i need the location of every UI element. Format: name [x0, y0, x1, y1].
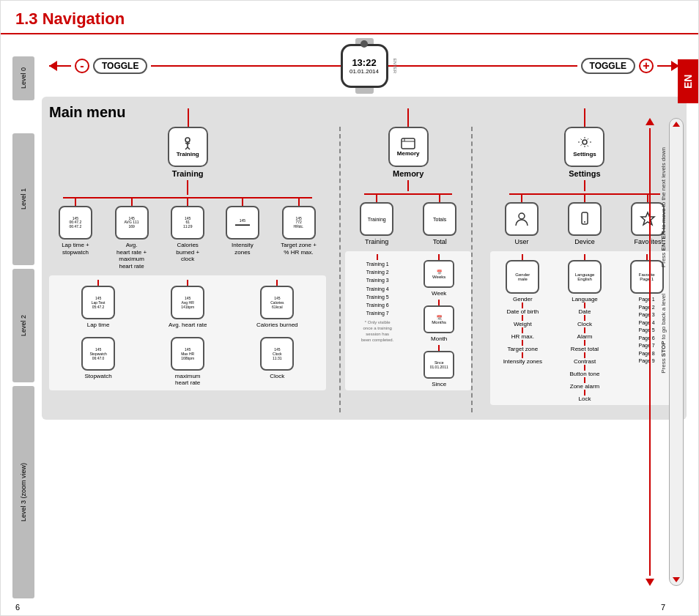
avg-hr-label: Avg.heart rate +maximumheart rate — [116, 242, 147, 270]
svg-point-9 — [582, 140, 587, 144]
memory-l1: Memory Memory — [388, 127, 429, 178]
sett-l3-user: Gendermale Gender Date of birth Weight H… — [493, 254, 552, 365]
level2-label: Level 2 — [20, 315, 27, 336]
lap-stopwatch-icon: 14506:47.206:47.2 — [59, 206, 92, 240]
mem-l3-v1 — [377, 254, 378, 260]
level3-row2: 145Stopwatch06:47.0 Stopwatch 145Max HR1… — [53, 337, 322, 386]
sett-user: User — [493, 193, 550, 245]
sett-l3-dob-label: Date of birth — [507, 308, 539, 315]
settings-screen-label: Settings — [573, 151, 596, 157]
mem-total-label: Total — [433, 238, 447, 245]
mem-l3-training-list: Training 1Training 2Training 3Training 4… — [348, 254, 407, 344]
child-calories: 1456111:29 Caloriesburned +clock — [161, 197, 214, 263]
calories-icon: 1456111:29 — [171, 206, 204, 240]
l3-lap-time-label: Lap time — [87, 322, 110, 328]
svg-rect-6 — [402, 138, 415, 149]
en-tab: EN — [678, 59, 698, 103]
user-icon — [505, 202, 539, 236]
child-intensity-zones: 145▬▬▬▬ Intensityzones — [216, 197, 269, 256]
sett-l3-reset-label: Reset total — [571, 346, 599, 352]
l3-calories-icon: 145Calories61kcal — [260, 286, 294, 319]
scrollbar-widget — [669, 118, 684, 586]
since-icon: Since01.01.2011 — [424, 351, 454, 379]
level3-training-row: 145Lap Test05:47.2 Lap time 145Avg HR141… — [53, 280, 322, 386]
memory-icon: Memory — [388, 127, 429, 167]
sett-l3-hrmax-label: HR max. — [511, 333, 534, 340]
mem-l3-v4 — [438, 345, 440, 351]
device-label: Device — [574, 238, 595, 245]
mem-l3-week-month: 📅Weeks Week 📆Months Month — [410, 254, 468, 387]
settings-l1: Settings Settings — [564, 127, 604, 178]
l3-clock-label: Clock — [270, 373, 284, 379]
sett-conn-down — [584, 180, 585, 191]
sett-l3-targetzone-label: Target zone — [507, 346, 538, 352]
training-icon: Training — [168, 127, 208, 167]
watch-date: 01.01.2014 — [350, 68, 379, 75]
l3-lap-time-icon: 145Lap Test05:47.2 — [81, 286, 115, 319]
page-number-right: 7 — [661, 603, 665, 612]
level3-training: 145Lap Test05:47.2 Lap time 145Avg HR141… — [49, 275, 326, 390]
week-label: Week — [432, 290, 446, 297]
since-label: Since — [432, 381, 446, 387]
sett-l3-v5 — [522, 340, 523, 346]
scrollbar-up-arrow — [673, 122, 680, 127]
sett-device: Device — [556, 193, 613, 245]
l3-avg-hr: 145Avg HR141bpm Avg. heart rate — [147, 280, 228, 328]
l3-max-hr-label: maximumheart rate — [175, 373, 201, 386]
level2-memory-row: Training Training Totals Total — [345, 193, 471, 245]
memory-screen-label: Memory — [397, 150, 420, 157]
avg-hr-icon: 145AVG 111169 — [115, 206, 149, 240]
toggle-left-btn[interactable]: TOGGLE — [93, 58, 147, 74]
l3-calories: 145Calories61kcal Calories burned — [237, 280, 317, 328]
sett-l3-dv7 — [584, 365, 585, 371]
sett-l3-lock-label: Lock — [579, 396, 591, 402]
child-avg-hr: 145AVG 111169 Avg.heart rate +maximumhea… — [104, 197, 160, 270]
svg-point-0 — [185, 138, 190, 142]
sett-l3-alarm-label: Alarm — [577, 333, 593, 340]
memory-label: Memory — [393, 169, 424, 178]
sett-l3-dv4 — [584, 327, 585, 333]
l3-v-line-3 — [276, 280, 278, 286]
level3-memory: Training 1Training 2Training 3Training 4… — [345, 251, 471, 390]
dashed-sep-2 — [471, 127, 473, 412]
mem-training-list: Training 1Training 2Training 3Training 4… — [366, 260, 389, 317]
training-l1: Training Training — [168, 127, 208, 178]
sett-l3-dv5 — [584, 340, 585, 346]
sett-l3-lang-icon: LanguageEnglish — [568, 260, 602, 294]
press-enter-label: Press ENTER to move to the next levels d… — [660, 147, 667, 267]
line-watch-memory — [407, 108, 409, 127]
mem-conn-down — [407, 180, 409, 191]
horiz-line-sett — [509, 193, 660, 195]
level3-row1: 145Lap Test05:47.2 Lap time 145Avg HR141… — [53, 280, 322, 328]
l3-clock: 145Clock11:31 Clock — [237, 337, 317, 386]
l3-stopwatch: 145Stopwatch06:47.0 Stopwatch — [58, 337, 138, 386]
month-label: Month — [431, 335, 447, 342]
training-label: Training — [172, 169, 204, 178]
sett-l3-v2 — [522, 303, 523, 308]
toggle-right-btn[interactable]: TOGGLE — [581, 58, 635, 74]
page-number-left: 6 — [15, 603, 20, 612]
horiz-line-training — [63, 197, 313, 198]
sett-l3-zonealarm-label: Zone alarm — [570, 383, 599, 390]
page-header: 1.3 Navigation — [1, 1, 698, 34]
sett-l3-gender-icon: Gendermale — [506, 260, 539, 294]
l3-avg-hr-label: Avg. heart rate — [169, 322, 207, 328]
sett-l3-v6 — [522, 352, 523, 358]
svg-line-5 — [188, 147, 190, 149]
plus-icon: + — [639, 59, 654, 73]
l3-max-hr: 145Max HR168bpm maximumheart rate — [147, 337, 228, 386]
watch-enter-label: ENTER — [393, 58, 397, 73]
level1-row: Training Training — [49, 127, 679, 412]
sett-l3-weight-label: Weight — [514, 321, 532, 327]
sett-l3-date-label: Date — [579, 308, 591, 315]
toggle-left — [49, 61, 57, 71]
sett-lang-screen: LanguageEnglish — [575, 272, 595, 281]
horiz-line-mem — [364, 193, 452, 195]
sett-l3-device: LanguageEnglish Language Date Clock Alar… — [555, 254, 615, 402]
mem-training-note: * Only visibleonce a trainingsession has… — [361, 320, 393, 343]
dashed-sep-1 — [339, 127, 341, 412]
sett-l3-dv6 — [584, 352, 585, 358]
mem-total-icon: Totals — [423, 202, 456, 236]
watch-body: ENTER 13:22 01.01.2014 — [341, 44, 388, 88]
level2-training-row: 14506:47.206:47.2 Lap time +stopwatch 14… — [49, 197, 326, 270]
